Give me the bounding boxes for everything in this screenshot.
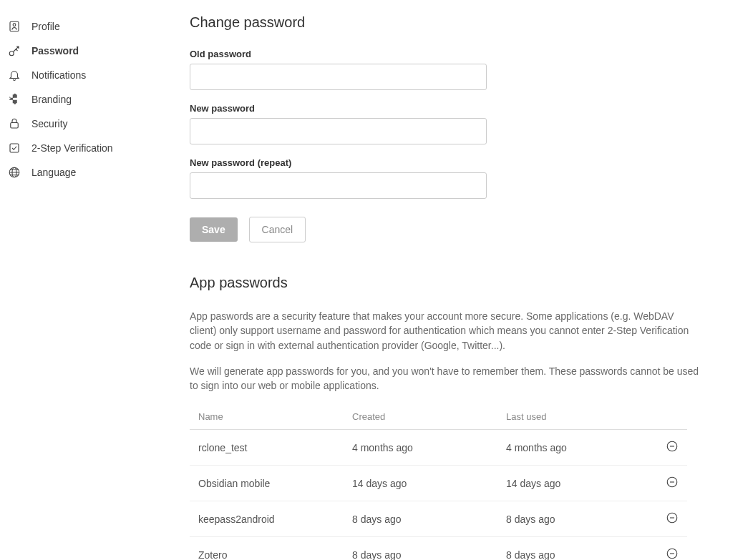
sidebar-item-label: Language	[31, 167, 76, 178]
sidebar-item-profile[interactable]: Profile	[7, 14, 183, 39]
sidebar-item-label: 2-Step Verification	[31, 142, 113, 154]
cell-name: rclone_test	[190, 430, 344, 466]
cell-created: 14 days ago	[344, 466, 497, 501]
sidebar-item-language[interactable]: Language	[7, 160, 183, 185]
shield-check-icon	[7, 141, 21, 155]
remove-icon[interactable]	[666, 511, 679, 524]
sidebar-item-branding[interactable]: Branding	[7, 87, 183, 112]
lock-icon	[7, 117, 21, 131]
table-row: rclone_test 4 months ago 4 months ago	[190, 430, 687, 466]
new-password-label: New password	[190, 103, 746, 114]
svg-rect-4	[10, 144, 19, 152]
key-icon	[7, 44, 21, 58]
table-row: Obsidian mobile 14 days ago 14 days ago	[190, 466, 687, 501]
repeat-password-label: New password (repeat)	[190, 157, 746, 168]
cell-lastused: 8 days ago	[497, 537, 651, 560]
save-button[interactable]: Save	[190, 217, 238, 242]
sidebar-item-2step[interactable]: 2-Step Verification	[7, 136, 183, 160]
cell-name: Zotero	[190, 537, 344, 560]
new-password-group: New password	[190, 103, 746, 144]
cancel-button[interactable]: Cancel	[249, 217, 306, 242]
repeat-password-input[interactable]	[190, 172, 487, 199]
old-password-label: Old password	[190, 49, 746, 59]
cell-created: 8 days ago	[344, 537, 497, 560]
cell-lastused: 8 days ago	[497, 501, 651, 537]
change-password-title: Change password	[190, 14, 746, 31]
settings-sidebar: Profile Password Notifications Branding …	[7, 14, 183, 560]
cell-lastused: 14 days ago	[497, 466, 651, 501]
repeat-password-group: New password (repeat)	[190, 157, 746, 199]
puzzle-icon	[7, 92, 21, 107]
cell-created: 4 months ago	[344, 430, 497, 466]
cell-lastused: 4 months ago	[497, 430, 651, 466]
old-password-group: Old password	[190, 49, 746, 90]
cell-name: keepass2android	[190, 501, 344, 537]
remove-icon[interactable]	[666, 440, 679, 453]
table-header-lastused: Last used	[497, 404, 651, 430]
table-header-name: Name	[190, 404, 344, 430]
sidebar-item-label: Branding	[31, 94, 72, 105]
new-password-input[interactable]	[190, 118, 487, 144]
button-row: Save Cancel	[190, 217, 746, 242]
app-passwords-desc-1: App paswords are a security feature that…	[190, 309, 701, 353]
person-icon	[7, 19, 21, 34]
table-row: Zotero 8 days ago 8 days ago	[190, 537, 687, 560]
sidebar-item-label: Password	[31, 45, 79, 57]
sidebar-item-notifications[interactable]: Notifications	[7, 63, 183, 87]
sidebar-item-label: Profile	[31, 21, 60, 32]
app-passwords-table: Name Created Last used rclone_test 4 mon…	[190, 404, 687, 560]
svg-point-2	[9, 51, 14, 56]
sidebar-item-security[interactable]: Security	[7, 112, 183, 136]
svg-rect-3	[11, 123, 19, 129]
old-password-input[interactable]	[190, 64, 487, 90]
remove-icon[interactable]	[666, 547, 679, 560]
table-header-created: Created	[344, 404, 497, 430]
table-header-action	[651, 404, 687, 430]
cell-created: 8 days ago	[344, 501, 497, 537]
sidebar-item-label: Security	[31, 118, 68, 129]
sidebar-item-label: Notifications	[31, 69, 86, 81]
app-passwords-desc-2: We will generate app passwords for you, …	[190, 364, 701, 393]
main-content: Change password Old password New passwor…	[183, 14, 746, 560]
app-passwords-title: App passwords	[190, 275, 746, 291]
table-row: keepass2android 8 days ago 8 days ago	[190, 501, 687, 537]
cell-name: Obsidian mobile	[190, 466, 344, 501]
bell-icon	[7, 68, 21, 82]
sidebar-item-password[interactable]: Password	[7, 39, 183, 63]
remove-icon[interactable]	[666, 476, 679, 488]
svg-point-1	[13, 24, 16, 26]
globe-icon	[7, 165, 21, 180]
